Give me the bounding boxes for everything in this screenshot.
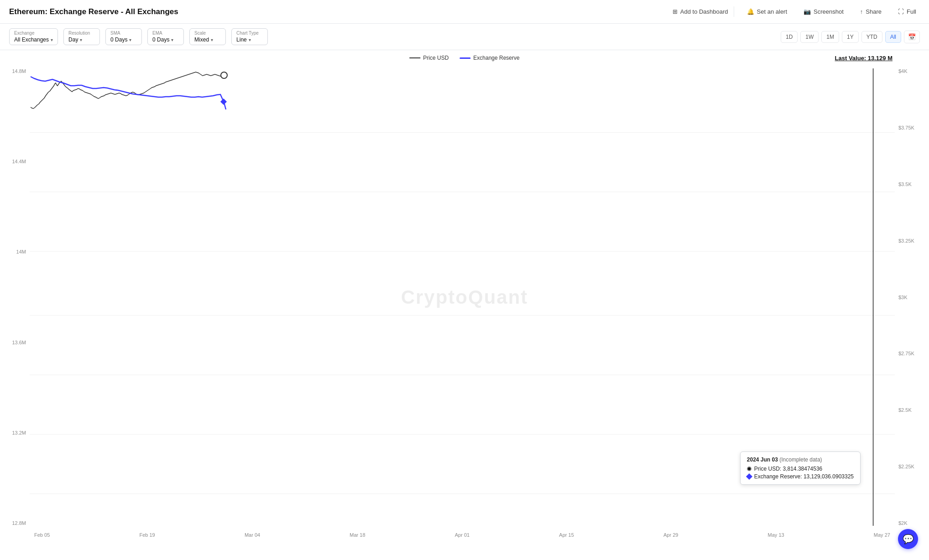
sma-arrow-icon: ▾ — [129, 37, 131, 42]
toolbar-time-range: 1D 1W 1M 1Y YTD All 📅 — [781, 31, 920, 43]
price-usd-line — [31, 72, 224, 109]
time-btn-1w[interactable]: 1W — [800, 31, 819, 43]
y-right-label-4: $3K — [898, 295, 908, 300]
bell-icon: 🔔 — [747, 8, 754, 15]
resolution-filter[interactable]: Resolution Day ▾ — [63, 28, 100, 45]
chart-tooltip: 2024 Jun 03 (Incomplete data) Price USD:… — [740, 451, 861, 485]
expand-icon: ⛶ — [898, 8, 904, 15]
x-axis: Feb 05 Feb 19 Mar 04 Mar 18 Apr 01 Apr 1… — [30, 526, 895, 544]
resolution-value: Day — [68, 36, 78, 43]
legend-exchange-reserve: Exchange Reserve — [459, 55, 519, 61]
ema-filter[interactable]: EMA 0 Days ▾ — [147, 28, 184, 45]
x-label-1: Feb 19 — [139, 532, 155, 538]
sma-filter[interactable]: SMA 0 Days ▾ — [105, 28, 142, 45]
time-btn-all[interactable]: All — [885, 31, 901, 43]
toolbar-filters: Exchange All Exchanges ▾ Resolution Day … — [9, 28, 268, 45]
y-right-label-7: $2.25K — [898, 464, 914, 469]
x-label-4: Apr 01 — [455, 532, 470, 538]
y-right-label-8: $2K — [898, 520, 908, 526]
chart-type-arrow-icon: ▾ — [249, 37, 251, 42]
exchange-value: All Exchanges — [14, 36, 49, 43]
resolution-arrow-icon: ▾ — [80, 37, 82, 42]
sma-value: 0 Days — [110, 36, 127, 43]
screenshot-button[interactable]: 📷 Screenshot — [800, 6, 847, 17]
exchange-reserve-line — [31, 77, 226, 109]
price-end-dot — [221, 72, 227, 78]
y-right-label-5: $2.75K — [898, 351, 914, 356]
ema-arrow-icon: ▾ — [171, 37, 173, 42]
chart-legend: Price USD Exchange Reserve — [409, 55, 519, 61]
tooltip-date: 2024 Jun 03 (Incomplete data) — [747, 456, 854, 463]
y-right-label-0: $4K — [898, 68, 908, 74]
header-actions: ⊞ Add to Dashboard 🔔 Set an alert 📷 Scre… — [667, 6, 920, 17]
legend-price-line — [409, 57, 420, 58]
chat-icon: 💬 — [903, 534, 914, 544]
scale-arrow-icon: ▾ — [211, 37, 213, 42]
y-right-label-6: $2.5K — [898, 407, 912, 413]
y-right-label-1: $3.75K — [898, 125, 914, 130]
y-left-label-3: 13.6M — [12, 340, 26, 345]
toolbar: Exchange All Exchanges ▾ Resolution Day … — [0, 24, 929, 50]
x-label-6: Apr 29 — [663, 532, 678, 538]
y-axis-left: 14.8M 14.4M 14M 13.6M 13.2M 12.8M — [0, 68, 30, 526]
y-left-label-5: 12.8M — [12, 520, 26, 526]
time-btn-1y[interactable]: 1Y — [842, 31, 859, 43]
x-label-3: Mar 18 — [350, 532, 365, 538]
page-title: Ethereum: Exchange Reserve - All Exchang… — [9, 7, 178, 16]
y-left-label-4: 13.2M — [12, 430, 26, 436]
x-label-7: May 13 — [768, 532, 784, 538]
y-right-label-2: $3.5K — [898, 181, 912, 187]
time-btn-ytd[interactable]: YTD — [861, 31, 882, 43]
tooltip-price-dot — [747, 467, 752, 471]
exchange-filter[interactable]: Exchange All Exchanges ▾ — [9, 28, 58, 45]
full-button[interactable]: ⛶ Full — [894, 6, 920, 17]
last-value-label: Last Value: 13.129 M — [835, 55, 892, 62]
time-btn-1m[interactable]: 1M — [821, 31, 839, 43]
share-button[interactable]: ↑ Share — [856, 6, 885, 17]
scale-filter[interactable]: Scale Mixed ▾ — [189, 28, 226, 45]
legend-reserve-line — [459, 57, 470, 59]
x-label-8: May 27 — [874, 532, 890, 538]
calendar-icon: 📅 — [908, 33, 916, 41]
add-to-dashboard-button[interactable]: ⊞ Add to Dashboard — [667, 6, 734, 17]
set-alert-button[interactable]: 🔔 Set an alert — [743, 6, 791, 17]
y-left-label-2: 14M — [16, 249, 26, 254]
tooltip-price-row: Price USD: 3,814.38474536 — [747, 466, 854, 472]
chart-type-filter[interactable]: Chart Type Line ▾ — [231, 28, 268, 45]
tooltip-reserve-dot — [746, 473, 752, 480]
chart-type-value: Line — [236, 36, 247, 43]
camera-icon: 📷 — [804, 8, 811, 15]
x-label-5: Apr 15 — [559, 532, 574, 538]
y-left-label-1: 14.4M — [12, 159, 26, 164]
x-label-2: Mar 04 — [245, 532, 260, 538]
calendar-button[interactable]: 📅 — [904, 31, 920, 43]
chart-container: Price USD Exchange Reserve Last Value: 1… — [0, 50, 929, 544]
reserve-end-diamond — [220, 99, 227, 105]
legend-price-usd: Price USD — [409, 55, 449, 61]
share-icon: ↑ — [860, 8, 863, 15]
x-label-0: Feb 05 — [34, 532, 50, 538]
header: Ethereum: Exchange Reserve - All Exchang… — [0, 0, 929, 24]
dashboard-icon: ⊞ — [673, 8, 678, 15]
tooltip-reserve-row: Exchange Reserve: 13,129,036.0903325 — [747, 473, 854, 480]
y-axis-right: $4K $3.75K $3.5K $3.25K $3K $2.75K $2.5K… — [895, 68, 929, 526]
y-right-label-3: $3.25K — [898, 238, 914, 244]
exchange-arrow-icon: ▾ — [51, 37, 53, 42]
y-left-label-0: 14.8M — [12, 68, 26, 74]
time-btn-1d[interactable]: 1D — [781, 31, 798, 43]
ema-value: 0 Days — [152, 36, 169, 43]
scale-value: Mixed — [194, 36, 209, 43]
